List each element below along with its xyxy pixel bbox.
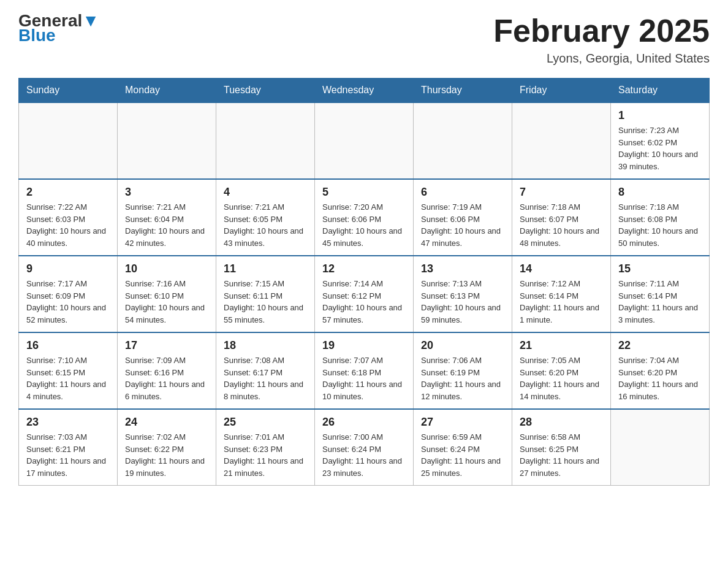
calendar-cell: 22Sunrise: 7:04 AM Sunset: 6:20 PM Dayli… xyxy=(611,332,710,409)
calendar-week-1: 1Sunrise: 7:23 AM Sunset: 6:02 PM Daylig… xyxy=(19,102,710,179)
day-info: Sunrise: 7:18 AM Sunset: 6:08 PM Dayligh… xyxy=(618,201,702,249)
calendar-cell: 9Sunrise: 7:17 AM Sunset: 6:09 PM Daylig… xyxy=(19,256,118,332)
calendar-week-4: 16Sunrise: 7:10 AM Sunset: 6:15 PM Dayli… xyxy=(19,332,710,409)
header-monday: Monday xyxy=(118,79,216,103)
calendar-cell: 21Sunrise: 7:05 AM Sunset: 6:20 PM Dayli… xyxy=(512,332,611,409)
day-number: 19 xyxy=(322,339,406,352)
calendar-cell: 4Sunrise: 7:21 AM Sunset: 6:05 PM Daylig… xyxy=(216,179,315,256)
calendar-cell: 16Sunrise: 7:10 AM Sunset: 6:15 PM Dayli… xyxy=(19,332,118,409)
calendar-cell: 25Sunrise: 7:01 AM Sunset: 6:23 PM Dayli… xyxy=(216,409,315,486)
calendar-cell: 8Sunrise: 7:18 AM Sunset: 6:08 PM Daylig… xyxy=(611,179,710,256)
calendar-cell xyxy=(216,102,315,179)
calendar-cell: 18Sunrise: 7:08 AM Sunset: 6:17 PM Dayli… xyxy=(216,332,315,409)
header-tuesday: Tuesday xyxy=(216,79,315,103)
day-info: Sunrise: 7:09 AM Sunset: 6:16 PM Dayligh… xyxy=(125,354,208,402)
calendar-week-3: 9Sunrise: 7:17 AM Sunset: 6:09 PM Daylig… xyxy=(19,256,710,332)
day-info: Sunrise: 7:10 AM Sunset: 6:15 PM Dayligh… xyxy=(26,354,110,402)
day-info: Sunrise: 7:00 AM Sunset: 6:24 PM Dayligh… xyxy=(322,431,406,479)
day-number: 10 xyxy=(125,262,208,275)
day-number: 3 xyxy=(125,186,208,199)
location: Lyons, Georgia, United States xyxy=(493,52,710,66)
day-number: 11 xyxy=(224,262,307,275)
calendar-cell xyxy=(19,102,118,179)
day-number: 7 xyxy=(520,186,603,199)
calendar-week-2: 2Sunrise: 7:22 AM Sunset: 6:03 PM Daylig… xyxy=(19,179,710,256)
day-number: 18 xyxy=(224,339,307,352)
calendar-cell xyxy=(512,102,611,179)
day-info: Sunrise: 7:18 AM Sunset: 6:07 PM Dayligh… xyxy=(520,201,603,249)
header-sunday: Sunday xyxy=(19,79,118,103)
day-info: Sunrise: 7:23 AM Sunset: 6:02 PM Dayligh… xyxy=(618,124,702,172)
day-info: Sunrise: 7:17 AM Sunset: 6:09 PM Dayligh… xyxy=(26,278,110,326)
day-number: 13 xyxy=(421,262,504,275)
day-info: Sunrise: 7:20 AM Sunset: 6:06 PM Dayligh… xyxy=(322,201,406,249)
day-info: Sunrise: 7:03 AM Sunset: 6:21 PM Dayligh… xyxy=(26,431,110,479)
day-number: 21 xyxy=(520,339,603,352)
day-number: 20 xyxy=(421,339,504,352)
day-info: Sunrise: 7:22 AM Sunset: 6:03 PM Dayligh… xyxy=(26,201,110,249)
day-number: 5 xyxy=(322,186,406,199)
day-info: Sunrise: 7:12 AM Sunset: 6:14 PM Dayligh… xyxy=(520,278,603,326)
calendar-cell: 19Sunrise: 7:07 AM Sunset: 6:18 PM Dayli… xyxy=(315,332,414,409)
day-info: Sunrise: 7:19 AM Sunset: 6:06 PM Dayligh… xyxy=(421,201,504,249)
calendar-cell: 3Sunrise: 7:21 AM Sunset: 6:04 PM Daylig… xyxy=(118,179,216,256)
day-number: 8 xyxy=(618,186,702,199)
day-info: Sunrise: 7:01 AM Sunset: 6:23 PM Dayligh… xyxy=(224,431,307,479)
calendar-cell: 13Sunrise: 7:13 AM Sunset: 6:13 PM Dayli… xyxy=(414,256,512,332)
day-number: 15 xyxy=(618,262,702,275)
day-number: 24 xyxy=(125,416,208,429)
calendar-cell: 10Sunrise: 7:16 AM Sunset: 6:10 PM Dayli… xyxy=(118,256,216,332)
day-info: Sunrise: 7:06 AM Sunset: 6:19 PM Dayligh… xyxy=(421,354,504,402)
calendar-cell: 11Sunrise: 7:15 AM Sunset: 6:11 PM Dayli… xyxy=(216,256,315,332)
calendar-cell: 24Sunrise: 7:02 AM Sunset: 6:22 PM Dayli… xyxy=(118,409,216,486)
day-number: 28 xyxy=(520,416,603,429)
day-number: 2 xyxy=(26,186,110,199)
day-number: 17 xyxy=(125,339,208,352)
calendar-cell: 15Sunrise: 7:11 AM Sunset: 6:14 PM Dayli… xyxy=(611,256,710,332)
calendar-cell: 27Sunrise: 6:59 AM Sunset: 6:24 PM Dayli… xyxy=(414,409,512,486)
day-info: Sunrise: 7:14 AM Sunset: 6:12 PM Dayligh… xyxy=(322,278,406,326)
calendar-cell: 1Sunrise: 7:23 AM Sunset: 6:02 PM Daylig… xyxy=(611,102,710,179)
day-number: 27 xyxy=(421,416,504,429)
day-info: Sunrise: 7:04 AM Sunset: 6:20 PM Dayligh… xyxy=(618,354,702,402)
header-thursday: Thursday xyxy=(414,79,512,103)
day-number: 6 xyxy=(421,186,504,199)
title-section: February 2025 Lyons, Georgia, United Sta… xyxy=(493,12,710,66)
calendar-cell: 2Sunrise: 7:22 AM Sunset: 6:03 PM Daylig… xyxy=(19,179,118,256)
calendar-cell xyxy=(118,102,216,179)
day-info: Sunrise: 7:21 AM Sunset: 6:05 PM Dayligh… xyxy=(224,201,307,249)
page-header: General▼ Blue February 2025 Lyons, Georg… xyxy=(18,12,710,66)
day-info: Sunrise: 7:05 AM Sunset: 6:20 PM Dayligh… xyxy=(520,354,603,402)
day-info: Sunrise: 7:15 AM Sunset: 6:11 PM Dayligh… xyxy=(224,278,307,326)
day-number: 23 xyxy=(26,416,110,429)
calendar-cell: 17Sunrise: 7:09 AM Sunset: 6:16 PM Dayli… xyxy=(118,332,216,409)
day-number: 4 xyxy=(224,186,307,199)
day-number: 9 xyxy=(26,262,110,275)
calendar-cell xyxy=(315,102,414,179)
calendar-cell: 5Sunrise: 7:20 AM Sunset: 6:06 PM Daylig… xyxy=(315,179,414,256)
calendar-cell: 14Sunrise: 7:12 AM Sunset: 6:14 PM Dayli… xyxy=(512,256,611,332)
weekday-header-row: Sunday Monday Tuesday Wednesday Thursday… xyxy=(19,79,710,103)
month-title: February 2025 xyxy=(493,12,710,49)
header-saturday: Saturday xyxy=(611,79,710,103)
calendar-cell xyxy=(611,409,710,486)
day-info: Sunrise: 7:13 AM Sunset: 6:13 PM Dayligh… xyxy=(421,278,504,326)
day-number: 22 xyxy=(618,339,702,352)
day-info: Sunrise: 7:16 AM Sunset: 6:10 PM Dayligh… xyxy=(125,278,208,326)
calendar-cell: 6Sunrise: 7:19 AM Sunset: 6:06 PM Daylig… xyxy=(414,179,512,256)
calendar-cell: 7Sunrise: 7:18 AM Sunset: 6:07 PM Daylig… xyxy=(512,179,611,256)
calendar-cell: 26Sunrise: 7:00 AM Sunset: 6:24 PM Dayli… xyxy=(315,409,414,486)
calendar-cell: 20Sunrise: 7:06 AM Sunset: 6:19 PM Dayli… xyxy=(414,332,512,409)
day-info: Sunrise: 7:21 AM Sunset: 6:04 PM Dayligh… xyxy=(125,201,208,249)
day-info: Sunrise: 7:07 AM Sunset: 6:18 PM Dayligh… xyxy=(322,354,406,402)
day-number: 26 xyxy=(322,416,406,429)
day-info: Sunrise: 6:58 AM Sunset: 6:25 PM Dayligh… xyxy=(520,431,603,479)
calendar-cell: 12Sunrise: 7:14 AM Sunset: 6:12 PM Dayli… xyxy=(315,256,414,332)
calendar-cell: 28Sunrise: 6:58 AM Sunset: 6:25 PM Dayli… xyxy=(512,409,611,486)
calendar-table: Sunday Monday Tuesday Wednesday Thursday… xyxy=(18,78,710,486)
day-number: 12 xyxy=(322,262,406,275)
header-wednesday: Wednesday xyxy=(315,79,414,103)
calendar-week-5: 23Sunrise: 7:03 AM Sunset: 6:21 PM Dayli… xyxy=(19,409,710,486)
day-info: Sunrise: 7:11 AM Sunset: 6:14 PM Dayligh… xyxy=(618,278,702,326)
day-number: 25 xyxy=(224,416,307,429)
